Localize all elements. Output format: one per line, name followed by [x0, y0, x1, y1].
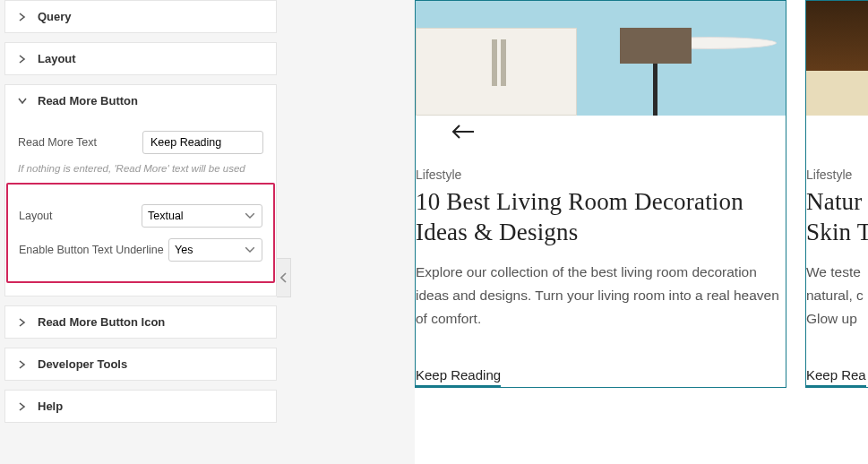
- post-image: [806, 1, 868, 116]
- readmore-link[interactable]: Keep Reading: [416, 367, 501, 387]
- readmore-underline-row: Enable Button Text Underline Yes: [19, 238, 262, 262]
- panel-help-header[interactable]: Help: [5, 391, 276, 422]
- post-title[interactable]: 10 Best Living Room Decoration Ideas & D…: [416, 187, 786, 248]
- readmore-text-label: Read More Text: [18, 136, 142, 149]
- panel-help-label: Help: [38, 400, 63, 413]
- panel-readmore-body: Read More Text If nothing is entered, 'R…: [5, 116, 276, 296]
- panel-query: Query: [4, 0, 277, 33]
- panel-layout-header[interactable]: Layout: [5, 43, 276, 74]
- panel-readmore: Read More Button Read More Text If nothi…: [4, 84, 277, 296]
- panel-developer: Developer Tools: [4, 348, 277, 381]
- panel-readmore-icon: Read More Button Icon: [4, 305, 277, 339]
- caret-right-icon: [18, 13, 27, 21]
- panel-developer-header[interactable]: Developer Tools: [5, 348, 276, 380]
- post-category[interactable]: Lifestyle: [416, 168, 786, 182]
- panel-readmore-header[interactable]: Read More Button: [5, 85, 276, 116]
- caret-right-icon: [18, 318, 27, 327]
- settings-sidebar: Query Layout Read More Button Read More …: [4, 0, 277, 464]
- arrow-left-icon: [451, 125, 475, 139]
- preview-area: Lifestyle 10 Best Living Room Decoration…: [415, 0, 868, 464]
- caret-right-icon: [18, 402, 27, 411]
- readmore-link[interactable]: Keep Rea: [806, 367, 866, 387]
- chevron-left-icon: [280, 272, 288, 283]
- post-category[interactable]: Lifestyle: [806, 168, 868, 182]
- post-body: Lifestyle 10 Best Living Room Decoration…: [416, 116, 786, 387]
- post-excerpt-line: Glow up: [806, 311, 857, 326]
- panel-query-header[interactable]: Query: [5, 1, 276, 32]
- post-card: Lifestyle 10 Best Living Room Decoration…: [415, 0, 786, 388]
- caret-right-icon: [18, 55, 27, 64]
- caret-down-icon: [18, 97, 27, 106]
- scene-cabinet: [416, 28, 577, 116]
- post-excerpt: Explore our collection of the best livin…: [416, 261, 786, 331]
- panel-readmore-icon-header[interactable]: Read More Button Icon: [5, 306, 276, 338]
- post-title-line: Skin T: [806, 219, 868, 245]
- readmore-text-row: Read More Text: [18, 131, 263, 154]
- scene-wood: [806, 71, 868, 116]
- post-title[interactable]: Natur Skin T: [806, 187, 868, 248]
- readmore-layout-select[interactable]: Textual: [142, 204, 262, 228]
- readmore-underline-label: Enable Button Text Underline: [19, 244, 168, 256]
- panel-layout: Layout: [4, 42, 277, 75]
- panel-layout-label: Layout: [38, 52, 76, 65]
- panel-query-label: Query: [38, 10, 72, 23]
- caret-right-icon: [18, 360, 27, 369]
- sidebar-collapse-tab[interactable]: [277, 258, 291, 297]
- highlighted-settings: Layout Textual Enable Button Text Underl…: [6, 183, 275, 283]
- post-body: Lifestyle Natur Skin T We teste natural,…: [806, 116, 868, 387]
- post-card: Lifestyle Natur Skin T We teste natural,…: [805, 0, 868, 388]
- post-image: [416, 1, 786, 116]
- readmore-underline-select[interactable]: Yes: [168, 238, 262, 262]
- post-excerpt: We teste natural, c Glow up: [806, 261, 868, 331]
- panel-help: Help: [4, 390, 277, 423]
- post-excerpt-line: We teste: [806, 264, 861, 279]
- panel-developer-label: Developer Tools: [38, 357, 127, 371]
- scene-chair: [597, 28, 714, 116]
- readmore-layout-row: Layout Textual: [19, 204, 262, 228]
- panel-readmore-label: Read More Button: [38, 94, 138, 107]
- readmore-helper-text: If nothing is entered, 'Read More' text …: [18, 163, 263, 174]
- back-arrow-button[interactable]: [451, 125, 475, 141]
- post-title-line: Natur: [806, 188, 862, 215]
- readmore-text-input[interactable]: [142, 131, 263, 154]
- readmore-layout-label: Layout: [19, 210, 142, 222]
- post-excerpt-line: natural, c: [806, 288, 864, 303]
- panel-readmore-icon-label: Read More Button Icon: [38, 315, 165, 329]
